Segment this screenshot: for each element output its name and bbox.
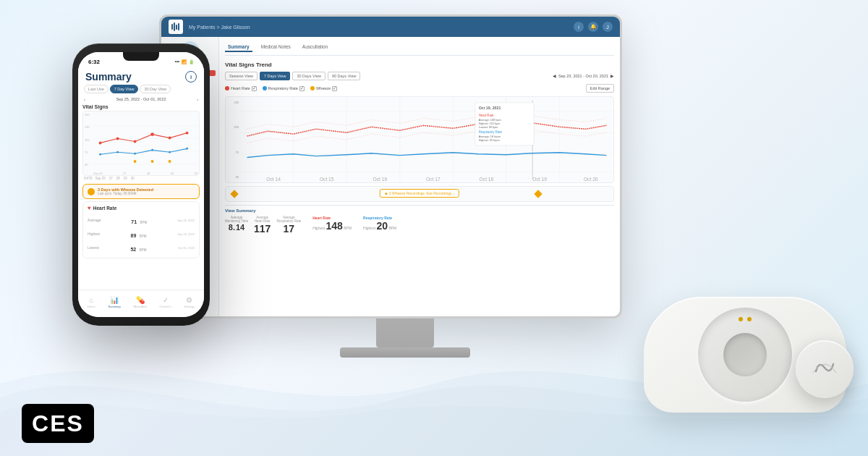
svg-point-42 [186,132,189,135]
edit-range-button[interactable]: Edit Range [586,84,614,93]
device-contacts [739,317,752,321]
svg-point-37 [99,141,102,144]
monitor-nav-icons: i 🔔 J [574,22,613,32]
monitor-main-content: Summary Medical Notes Auscultation Vital… [219,37,620,316]
svg-point-51 [169,160,171,163]
wheeze-marker-right [534,190,542,198]
info-icon[interactable]: i [574,22,584,32]
ces-badge: CES [22,404,94,443]
tab-session-view[interactable]: Session View [225,72,258,80]
prev-date-icon[interactable]: ‹ [84,97,85,101]
home-icon: ⌂ [89,296,93,304]
svg-point-39 [134,140,137,143]
wheeze-bar: ◆ 3 Wheeze Recordings See Recordings › [225,186,614,202]
tab-90days[interactable]: 90 Days View [328,72,361,80]
meds-icon: 💊 [136,296,145,304]
svg-text:Oct 20: Oct 20 [584,177,598,182]
phone-hr-title: Heart Rate [93,206,117,211]
phone-nav-checkin-label: Check-In [160,305,171,308]
svg-point-46 [151,149,153,151]
svg-text:Oct 16: Oct 16 [373,177,387,182]
phone-chart-y-axis: 160 130 100 70 40 [85,113,90,166]
phone-vital-signs-chart: 160 130 100 70 40 [82,111,200,176]
phone-chart-title: Vital Signs [82,104,200,109]
phone-date-range: Sep 25, 2022 - Oct 01, 2022 [116,97,166,101]
legend-heart-rate: Heart Rate ✓ [225,86,257,91]
legend-respiratory-rate: Respiratory Rate ✓ [263,86,305,91]
metric-monitoring-time: AverageMonitoring Time 8. 14 [225,216,248,232]
device-wrapper [644,297,846,413]
tab-auscultation[interactable]: Auscultation [299,43,331,52]
monitor-breadcrumb: My Patients > Jake Glisson [189,25,568,30]
svg-rect-0 [171,24,173,30]
metric-rr-highest: Respiratory Rate Highest 20 BPM [363,216,396,232]
phone-tab-last-use[interactable]: Last Use [84,85,109,93]
svg-text:Highest: 20 brpm: Highest: 20 brpm [479,138,500,142]
device-contact-1 [739,317,743,321]
svg-text:Oct 18: Oct 18 [480,177,494,182]
phone-nav-meds[interactable]: 💊 Meds/Add [134,296,147,308]
phone-nav-meds-label: Meds/Add [134,305,147,308]
phone-nav-home-label: Home [88,305,95,308]
view-tabs: Session View 7 Days View 30 Days View 90… [225,72,614,80]
vital-signs-title: Vital Signs Trend [225,62,614,68]
phone-x-labels: Sep 25 27 28 29 30 [93,172,197,175]
svg-text:Oct 19, 2021: Oct 19, 2021 [479,106,501,110]
tab-summary[interactable]: Summary [225,43,252,52]
ces-text: CES [32,410,84,437]
phone-tab-7day[interactable]: 7 Day View [110,85,139,93]
battery-icon: 🔋 [189,59,194,64]
metric-resp-rate: AverageRespiratory Rate 17 [276,216,301,235]
device-sensor-logo [810,357,839,382]
chart-y-axis: 130 100 70 40 [226,97,240,182]
phone-nav-summary-label: Summary [109,305,121,308]
svg-rect-3 [178,23,179,30]
phone-wheeze-alert[interactable]: 3 Days with Wheeze Detected Last sync: T… [82,184,200,199]
tab-medical-notes[interactable]: Medical Notes [258,43,294,52]
svg-text:Oct 15: Oct 15 [320,177,334,182]
wheeze-marker-left [230,190,238,198]
phone-nav-settings[interactable]: ⚙ Settings [184,296,195,308]
phone-info-icon[interactable]: i [185,71,197,83]
wheeze-recordings-button[interactable]: ◆ 3 Wheeze Recordings See Recordings › [380,189,459,198]
svg-point-44 [116,151,119,153]
svg-text:Respiratory Rate: Respiratory Rate [479,130,503,134]
heart-icon: ♥ [88,205,91,211]
phone-nav-checkin[interactable]: ✓ Check-In [160,296,171,308]
wheeze-alert-icon [88,188,95,195]
phone-chart-section: Vital Signs 160 130 100 70 40 [78,103,204,182]
bell-icon[interactable]: 🔔 [588,22,598,32]
phone-nav-settings-label: Settings [184,305,195,308]
legend-wheeze: Wheeze ✓ [310,86,337,91]
summary-metrics: AverageMonitoring Time 8. 14 AverageHear… [225,216,614,235]
user-avatar[interactable]: J [603,22,613,32]
scene: My Patients > Jake Glisson i 🔔 J [0,0,868,456]
phone-status-icons: ▪▪▪ 📶 🔋 [175,59,194,64]
phone-view-tabs: Last Use 7 Day View 30 Day View [78,83,204,96]
svg-point-48 [186,148,188,150]
tab-7days[interactable]: 7 Days View [260,72,290,80]
phone-nav-summary[interactable]: 📊 Summary [109,296,121,308]
phone-nav-home[interactable]: ⌂ Home [88,296,95,308]
phone-tab-30day[interactable]: 30 Day View [140,85,171,93]
svg-text:Heart Rate: Heart Rate [479,113,494,117]
monitor-screen: My Patients > Jake Glisson i 🔔 J [159,14,622,318]
svg-text:Oct 14: Oct 14 [266,177,281,182]
phone-date-nav: ‹ Sep 25, 2022 - Oct 01, 2022 › [78,96,204,103]
monitor-topbar: My Patients > Jake Glisson i 🔔 J [161,17,620,37]
phone-hr-highest-row: Highest 89 BPM Sep 25, 2022 [88,227,195,240]
view-summary-label[interactable]: View Summary [225,205,614,213]
signal-icon: ▪▪▪ [175,59,179,64]
metric-heart-rate: AverageHeart Rate 117 [254,216,271,235]
next-date-icon[interactable]: › [197,97,198,101]
svg-point-41 [169,137,171,140]
phone-outer: 6:32 ▪▪▪ 📶 🔋 Summary i Last Use 7 Day Vi… [72,43,210,326]
tab-30days[interactable]: 30 Days View [292,72,326,80]
date-range-display: ◀ Sep 23, 2021 - Oct 20, 2021 ▶ [553,74,614,78]
phone-hr-header: ♥ Heart Rate [88,205,195,211]
monitor-stand [376,318,434,347]
phone-app-title: Summary [85,71,132,83]
phone-x-axis-label: DATE Sep 25 27 28 29 30 [82,177,200,180]
phone-app-header: Summary i [78,68,204,83]
phone-wrapper: 6:32 ▪▪▪ 📶 🔋 Summary i Last Use 7 Day Vi… [72,43,210,326]
